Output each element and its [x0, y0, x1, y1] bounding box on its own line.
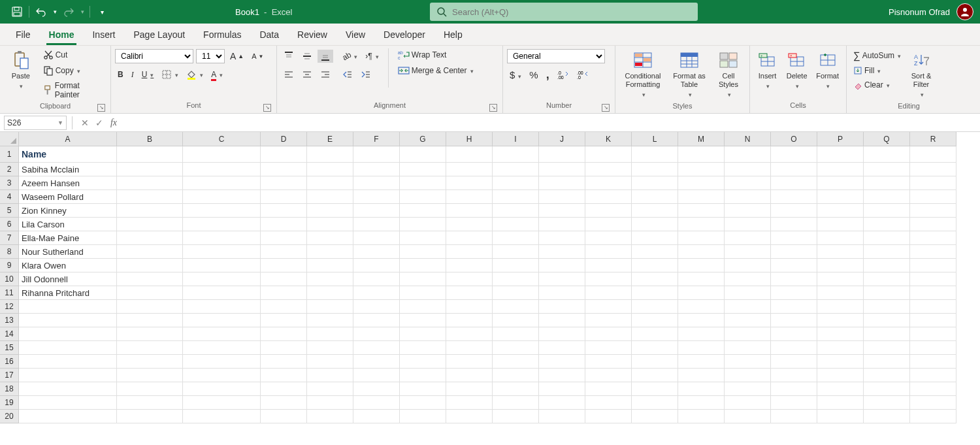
decrease-font-button[interactable]: A▼ [249, 51, 266, 61]
row-header-2[interactable]: 2 [0, 163, 19, 176]
cell-F15[interactable] [353, 341, 400, 355]
cell-B13[interactable] [117, 314, 183, 327]
search-box[interactable] [430, 3, 698, 21]
cell-L16[interactable] [632, 355, 678, 369]
cell-L14[interactable] [632, 327, 678, 341]
cell-N19[interactable] [725, 396, 771, 410]
italic-button[interactable]: I [129, 69, 137, 81]
cell-C12[interactable] [183, 300, 261, 314]
cell-O3[interactable] [771, 176, 817, 190]
cell-N14[interactable] [725, 327, 771, 341]
conditional-formatting-button[interactable]: Conditional Formatting [619, 48, 666, 101]
cell-L4[interactable] [632, 190, 678, 204]
cell-O19[interactable] [771, 396, 817, 410]
cell-A10[interactable]: Jill Odonnell [19, 272, 117, 286]
cell-I17[interactable] [493, 369, 539, 382]
align-center-button[interactable] [299, 68, 315, 81]
cell-M19[interactable] [678, 396, 725, 410]
cell-D16[interactable] [261, 355, 307, 369]
cell-H3[interactable] [446, 176, 493, 190]
cell-G14[interactable] [400, 327, 446, 341]
paste-button[interactable]: Paste [4, 48, 38, 91]
alignment-dialog-launcher[interactable]: ↘ [489, 104, 497, 112]
cell-A18[interactable] [19, 382, 117, 396]
cell-B12[interactable] [117, 300, 183, 314]
cell-A17[interactable] [19, 369, 117, 382]
cell-K3[interactable] [585, 176, 632, 190]
cell-P13[interactable] [817, 314, 864, 327]
comma-button[interactable]: , [544, 67, 552, 83]
cell-J15[interactable] [539, 341, 585, 355]
cell-C4[interactable] [183, 190, 261, 204]
cell-N17[interactable] [725, 369, 771, 382]
cell-L8[interactable] [632, 245, 678, 259]
cell-K17[interactable] [585, 369, 632, 382]
cell-F13[interactable] [353, 314, 400, 327]
font-color-button[interactable]: A [208, 69, 225, 80]
cell-G4[interactable] [400, 190, 446, 204]
cell-M7[interactable] [678, 231, 725, 245]
column-header-L[interactable]: L [632, 132, 678, 146]
cell-G20[interactable] [400, 410, 446, 423]
font-name-select[interactable]: Calibri [115, 49, 193, 63]
cell-I11[interactable] [493, 286, 539, 300]
cell-E3[interactable] [307, 176, 353, 190]
cell-K16[interactable] [585, 355, 632, 369]
column-header-B[interactable]: B [117, 132, 183, 146]
cell-J11[interactable] [539, 286, 585, 300]
row-header-20[interactable]: 20 [0, 410, 19, 423]
cell-Q2[interactable] [864, 163, 910, 176]
cell-J7[interactable] [539, 231, 585, 245]
avatar[interactable] [956, 3, 973, 20]
cell-J6[interactable] [539, 218, 585, 231]
format-painter-button[interactable]: Format Painter [41, 80, 106, 101]
cell-H2[interactable] [446, 163, 493, 176]
cell-G1[interactable] [400, 146, 446, 163]
cell-D7[interactable] [261, 231, 307, 245]
tab-data[interactable]: Data [250, 24, 288, 45]
cell-R13[interactable] [910, 314, 956, 327]
cell-E18[interactable] [307, 382, 353, 396]
cell-M11[interactable] [678, 286, 725, 300]
cell-A5[interactable]: Zion Kinney [19, 204, 117, 218]
cell-R2[interactable] [910, 163, 956, 176]
row-header-6[interactable]: 6 [0, 218, 19, 231]
cell-G10[interactable] [400, 272, 446, 286]
cell-N1[interactable] [725, 146, 771, 163]
cell-N15[interactable] [725, 341, 771, 355]
cell-H13[interactable] [446, 314, 493, 327]
cell-K5[interactable] [585, 204, 632, 218]
cell-O20[interactable] [771, 410, 817, 423]
cell-B14[interactable] [117, 327, 183, 341]
redo-dropdown[interactable]: ▾ [79, 4, 86, 20]
cell-N16[interactable] [725, 355, 771, 369]
tab-file[interactable]: File [7, 24, 40, 45]
cell-B17[interactable] [117, 369, 183, 382]
cell-I6[interactable] [493, 218, 539, 231]
cell-D12[interactable] [261, 300, 307, 314]
cell-F7[interactable] [353, 231, 400, 245]
cell-L1[interactable] [632, 146, 678, 163]
cell-A4[interactable]: Waseem Pollard [19, 190, 117, 204]
fill-color-button[interactable] [184, 68, 206, 81]
cell-M15[interactable] [678, 341, 725, 355]
copy-button[interactable]: Copy [41, 64, 106, 77]
cut-button[interactable]: Cut [41, 48, 106, 61]
cell-G2[interactable] [400, 163, 446, 176]
format-as-table-button[interactable]: Format as Table [669, 48, 710, 101]
cell-F4[interactable] [353, 190, 400, 204]
cell-G18[interactable] [400, 382, 446, 396]
cell-P17[interactable] [817, 369, 864, 382]
qat-customize[interactable]: ▾ [94, 4, 110, 20]
cell-A13[interactable] [19, 314, 117, 327]
cell-N13[interactable] [725, 314, 771, 327]
clear-button[interactable]: Clear [851, 79, 904, 91]
cell-M1[interactable] [678, 146, 725, 163]
tab-view[interactable]: View [336, 24, 374, 45]
percent-button[interactable]: % [527, 68, 540, 82]
merge-center-button[interactable]: Merge & Center [395, 64, 476, 77]
cell-C20[interactable] [183, 410, 261, 423]
cell-G6[interactable] [400, 218, 446, 231]
cell-I20[interactable] [493, 410, 539, 423]
cell-P1[interactable] [817, 146, 864, 163]
